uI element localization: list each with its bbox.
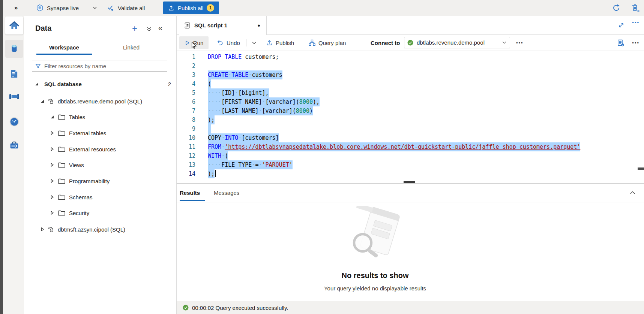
undo-redo-dropdown-button[interactable] (252, 35, 257, 51)
nav-monitor-button[interactable] (5, 113, 23, 131)
code-line[interactable]: 9 (177, 124, 644, 133)
tab-results[interactable]: Results (180, 184, 200, 202)
chevron-down-icon (252, 40, 257, 45)
line-number: 8 (177, 115, 195, 124)
tab-sql-script-1[interactable]: SQL script 1 ● (179, 16, 267, 35)
tab-workspace[interactable]: Workspace (36, 40, 92, 54)
code-line[interactable]: 6····[FIRST_NAME]·[varchar](8000), (177, 97, 644, 106)
toolbar-separator (246, 39, 246, 46)
line-content (195, 61, 208, 70)
nav-integrate-button[interactable] (5, 88, 23, 106)
caret-expanded-icon[interactable] (50, 115, 54, 119)
synapse-live-mode-switcher[interactable]: Synapse live (36, 0, 97, 16)
double-chevron-down-icon (146, 27, 152, 32)
toolbar-overflow-button[interactable]: ••• (632, 35, 639, 51)
status-message: 00:00:02 Query executed successfully. (192, 305, 288, 311)
caret-expanded-icon[interactable] (35, 82, 39, 86)
tab-title: SQL script 1 (194, 22, 227, 28)
caret-collapsed-icon[interactable] (50, 179, 54, 183)
collapse-panel-button[interactable]: « (158, 24, 162, 31)
active-results-tab-indicator (180, 200, 205, 201)
code-line[interactable]: 5····[ID]·[bigint], (177, 88, 644, 97)
selected-pool-value: dbtlabs.revenue.demo.pool (417, 39, 498, 46)
tab-linked[interactable]: Linked (106, 40, 156, 54)
code-line[interactable]: 3CREATE·TABLE·customers (177, 70, 644, 79)
undo-button[interactable]: Undo (217, 35, 240, 51)
expand-sidebar-button[interactable]: » (14, 0, 18, 16)
publish-all-button[interactable]: Publish all 1 (163, 1, 219, 14)
main-work-area: SQL script 1 ● ••• Run Undo P (177, 16, 644, 314)
tab-more-button[interactable]: ••• (632, 20, 639, 25)
code-line[interactable]: 11FROM·'https://dbtlabsynapsedatalake.bl… (177, 142, 644, 151)
collapse-results-button[interactable] (629, 190, 636, 195)
toolbox-icon (9, 140, 20, 150)
tree-folder-label: Schemas (69, 194, 93, 200)
tree-folder-tables[interactable]: Tables (24, 109, 176, 125)
caret-collapsed-icon[interactable] (50, 147, 54, 151)
validate-all-button[interactable]: Validate all (107, 0, 145, 16)
code-line[interactable]: 10COPY·INTO·[customers] (177, 133, 644, 142)
nav-manage-button[interactable] (5, 136, 23, 154)
code-line[interactable]: 4( (177, 79, 644, 88)
tree-folder-label: Views (69, 162, 84, 168)
nav-develop-button[interactable] (5, 65, 23, 83)
properties-button[interactable] (617, 39, 624, 47)
text-cursor (215, 170, 216, 177)
editor-scrollbar-thumb[interactable] (638, 167, 644, 170)
line-content: ( (195, 79, 211, 88)
code-line[interactable]: 12WITH·( (177, 151, 644, 160)
add-resource-button[interactable]: + (132, 25, 137, 32)
tree-pool-dbtlabs[interactable]: dbtlabs.revenue.demo.pool (SQL) (24, 93, 176, 109)
tree-folder-label: External resources (69, 146, 116, 153)
tab-messages[interactable]: Messages (214, 184, 239, 202)
tree-folder-external-tables[interactable]: External tables (24, 125, 176, 141)
publish-upload-icon (266, 39, 273, 46)
code-line[interactable]: 7····[LAST_NAME]·[varchar](8000) (177, 106, 644, 115)
database-icon (9, 43, 19, 54)
tree-folder-external-resources[interactable]: External resources (24, 141, 176, 157)
document-tab-bar: SQL script 1 ● ••• (177, 16, 644, 35)
empty-state-subtitle: Your query yielded no displayable result… (281, 285, 469, 292)
refresh-button[interactable] (612, 3, 621, 12)
tree-folder-views[interactable]: Views (24, 157, 176, 173)
double-chevron-right-icon: » (14, 4, 18, 12)
caret-collapsed-icon[interactable] (40, 227, 44, 231)
filter-resources-box (32, 60, 167, 72)
filter-resources-input[interactable] (44, 63, 164, 70)
connect-to-pool-select[interactable]: dbtlabs.revenue.demo.pool (404, 37, 510, 48)
tree-pool-dbtmsft[interactable]: dbtmsft.azsyn.cipool (SQL) (24, 221, 176, 237)
line-number: 12 (177, 151, 195, 160)
discard-all-button[interactable] (630, 3, 640, 13)
nav-home-button[interactable] (5, 16, 23, 34)
toolbar-more-button[interactable]: ••• (516, 35, 524, 51)
code-line[interactable]: 1DROP TABLE customers; (177, 52, 644, 61)
code-line[interactable]: 8); (177, 115, 644, 124)
top-command-bar: » Synapse live Validate all Publish all … (3, 0, 644, 16)
actions-menu-button[interactable] (146, 27, 152, 32)
tree-root-sql-database[interactable]: SQL database 2 (24, 76, 176, 92)
tree-folder-security[interactable]: Security (24, 205, 176, 221)
code-line[interactable]: 14); (177, 169, 644, 178)
caret-collapsed-icon[interactable] (50, 131, 54, 135)
run-button[interactable]: Run (179, 36, 209, 49)
sql-code-editor[interactable]: 1DROP TABLE customers;23CREATE·TABLE·cus… (177, 51, 644, 184)
tree-folder-schemas[interactable]: Schemas (24, 189, 176, 205)
ellipsis-icon: ••• (632, 40, 639, 46)
caret-collapsed-icon[interactable] (50, 195, 54, 199)
filter-funnel-icon (35, 63, 41, 69)
folder-icon (58, 147, 65, 152)
line-content: ); (195, 115, 215, 124)
pane-resize-handle[interactable] (404, 181, 415, 183)
nav-data-button[interactable] (5, 40, 23, 58)
caret-collapsed-icon[interactable] (50, 163, 54, 167)
tree-folder-programmability[interactable]: Programmability (24, 173, 176, 189)
query-plan-button[interactable]: Query plan (309, 35, 346, 51)
expand-editor-button[interactable] (618, 22, 624, 28)
caret-expanded-icon[interactable] (40, 99, 44, 103)
no-results-empty-state: No results to show Your query yielded no… (281, 202, 469, 292)
line-number: 5 (177, 88, 195, 97)
publish-button[interactable]: Publish (266, 35, 294, 51)
code-line[interactable]: 2 (177, 61, 644, 70)
caret-collapsed-icon[interactable] (50, 211, 54, 215)
code-line[interactable]: 13····FILE_TYPE·=·'PARQUET' (177, 160, 644, 169)
